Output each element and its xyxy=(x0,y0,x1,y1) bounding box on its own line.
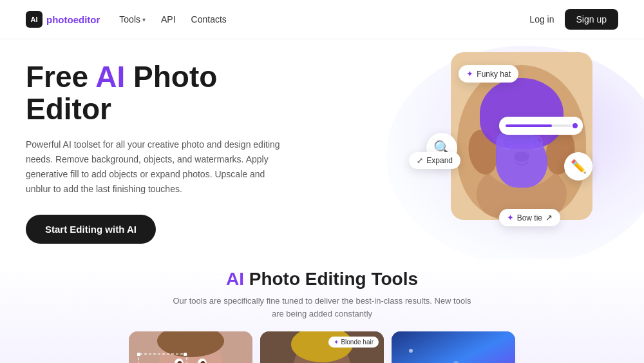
logo[interactable]: AI photoeditor xyxy=(26,11,100,28)
svg-rect-27 xyxy=(392,331,515,363)
nav-links: Tools ▾ API Contacts xyxy=(119,14,529,25)
chip-expand: ⤢ Expand xyxy=(409,152,460,169)
hero-content: Free AI PhotoEditor Powerful AI toolset … xyxy=(26,61,283,244)
face-svg xyxy=(129,331,252,363)
section-subtitle: Our tools are specifically fine tuned to… xyxy=(26,295,618,320)
hero-title: Free AI PhotoEditor xyxy=(26,61,283,126)
tools-row: ✦ Blonde hair xyxy=(26,331,618,363)
slider-fill xyxy=(506,124,552,127)
signup-button[interactable]: Sign up xyxy=(565,9,618,30)
brush-icon: ✏️ xyxy=(571,159,587,174)
svg-rect-20 xyxy=(137,353,140,356)
chevron-down-icon: ▾ xyxy=(142,16,146,23)
hero-section: Free AI PhotoEditor Powerful AI toolset … xyxy=(0,39,644,259)
chip-bowtie: ✦ Bow tie ↗ xyxy=(499,209,560,226)
sparkle-icon-3: ✦ xyxy=(334,338,339,346)
chip-blonde-hair: ✦ Blonde hair xyxy=(328,337,379,348)
navbar: AI photoeditor Tools ▾ API Contacts Log … xyxy=(0,0,644,39)
tool-card-1[interactable] xyxy=(129,331,252,363)
slider-track xyxy=(506,124,576,127)
dog-face xyxy=(457,65,586,220)
cta-button[interactable]: Start Editing with AI xyxy=(26,215,156,244)
tool-card-3[interactable] xyxy=(392,331,515,363)
face-placeholder xyxy=(129,331,252,363)
tool-card-2[interactable]: ✦ Blonde hair xyxy=(260,331,384,363)
logo-icon: AI xyxy=(26,11,43,28)
expand-icon: ⤢ xyxy=(417,156,423,165)
gradient-card-svg xyxy=(392,331,515,363)
svg-point-28 xyxy=(409,349,413,353)
hero-description: Powerful AI toolset for all your creativ… xyxy=(26,137,283,197)
slider-thumb xyxy=(571,122,579,130)
nav-link-contacts[interactable]: Contacts xyxy=(191,14,227,25)
nav-actions: Log in Sign up xyxy=(529,9,618,30)
sparkle-icon-2: ✦ xyxy=(507,213,514,222)
cursor-icon: ↗ xyxy=(545,213,553,222)
chip-funky-hat: ✦ Funky hat xyxy=(459,65,518,83)
nav-link-tools[interactable]: Tools ▾ xyxy=(119,14,146,25)
svg-rect-21 xyxy=(184,353,187,356)
brush-circle: ✏️ xyxy=(564,152,592,181)
tools-section: AI Photo Editing Tools Our tools are spe… xyxy=(0,259,644,363)
nav-link-api[interactable]: API xyxy=(161,14,176,25)
sparkle-icon: ✦ xyxy=(466,69,473,79)
hero-illustration: 🔍 ✏️ ✦ Funky hat ⤢ Expand ✦ Bow tie ↗ xyxy=(335,33,644,278)
section-title: AI Photo Editing Tools xyxy=(26,269,618,289)
slider-chip xyxy=(499,117,583,135)
logo-text: photoeditor xyxy=(46,14,100,25)
login-button[interactable]: Log in xyxy=(529,14,554,25)
